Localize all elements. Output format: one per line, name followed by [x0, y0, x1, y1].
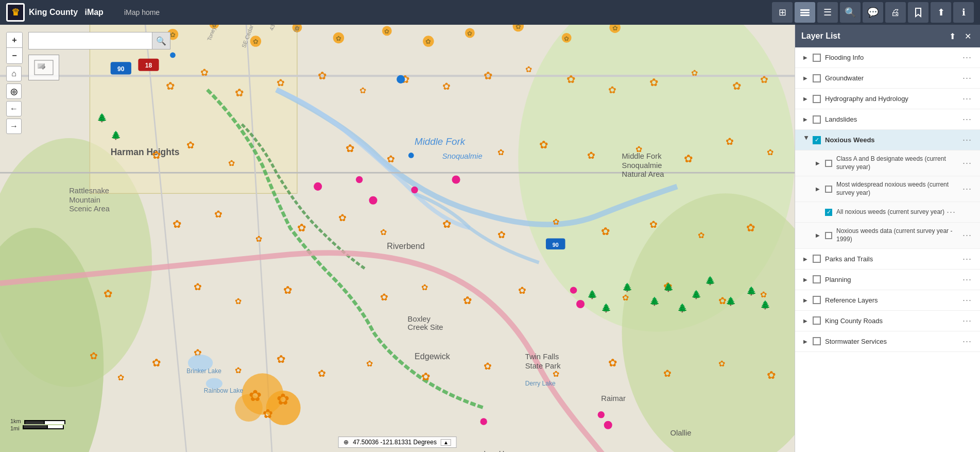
zoom-controls: + −	[6, 32, 23, 64]
rotate-button[interactable]: ◎	[6, 83, 22, 99]
coordinates-value: 47.50036 -121.81331 Degrees	[353, 439, 437, 446]
imap-home-link[interactable]: iMap home	[124, 8, 160, 16]
svg-text:✿: ✿	[277, 77, 285, 88]
map-area[interactable]: 90 18 Harman Heights Rattlesnake Mountai…	[0, 25, 795, 452]
svg-text:✿: ✿	[463, 294, 472, 307]
layer-item-stormwater[interactable]: ▶ Stormwater Services ···	[795, 331, 980, 352]
svg-text:✿: ✿	[663, 368, 672, 379]
svg-text:Riverbend: Riverbend	[387, 241, 424, 250]
svg-text:✿: ✿	[421, 371, 431, 383]
layer-checkbox-class-ab[interactable]	[825, 160, 832, 167]
info-button[interactable]: ℹ	[953, 2, 974, 23]
layer-checkbox-stormwater[interactable]	[813, 337, 821, 345]
svg-text:🌲: 🌲	[760, 300, 771, 310]
layer-checkbox-widespread[interactable]	[825, 186, 832, 193]
extent-box[interactable]: ⤢	[28, 55, 59, 80]
share-button[interactable]: ⬆	[931, 2, 951, 23]
search-submit-button[interactable]: 🔍	[152, 32, 170, 49]
svg-text:✿: ✿	[497, 147, 504, 157]
layer-item-class-ab[interactable]: ▶ Class A and B designate weeds (current…	[795, 150, 980, 176]
layer-checkbox-landslides[interactable]	[813, 115, 821, 124]
search-button[interactable]: 🔍	[840, 2, 861, 23]
layer-more-weeds-data[interactable]: ···	[960, 230, 974, 241]
svg-text:✿: ✿	[467, 30, 472, 37]
logo: ♛ King County iMap	[6, 3, 104, 22]
layer-item-widespread[interactable]: ▶ Most widespread noxious weeds (current…	[795, 176, 980, 202]
list-button[interactable]: ☰	[817, 2, 838, 23]
layer-checkbox-groundwater[interactable]	[813, 74, 821, 82]
map-controls: + − ⌂ ◎ ← →	[6, 32, 23, 134]
layer-more-planning[interactable]: ···	[960, 274, 974, 285]
layer-more-stormwater[interactable]: ···	[960, 336, 974, 347]
svg-text:✿: ✿	[228, 158, 235, 168]
layer-checkbox-reference[interactable]	[813, 296, 821, 304]
svg-text:⤢: ⤢	[42, 65, 46, 71]
layer-more-widespread[interactable]: ···	[960, 183, 974, 194]
forward-button[interactable]: →	[6, 119, 22, 134]
home-button[interactable]: ⌂	[6, 66, 22, 81]
svg-text:✿: ✿	[152, 357, 161, 369]
svg-text:✿: ✿	[170, 31, 176, 39]
layer-more-class-ab[interactable]: ···	[960, 158, 974, 169]
layer-checkbox-hydro[interactable]	[813, 95, 821, 103]
layer-toggle-landslides: ▶	[801, 115, 810, 124]
layer-more-landslides[interactable]: ···	[960, 114, 974, 125]
search-input[interactable]	[28, 32, 152, 49]
print-button[interactable]: 🖨	[885, 2, 906, 23]
grid-button[interactable]: ⊞	[772, 2, 793, 23]
toolbar: ⊞ ☰ 🔍 💬 🖨 ⬆ ℹ	[772, 2, 974, 23]
back-button[interactable]: ←	[6, 101, 22, 116]
svg-text:Snoqualmie: Snoqualmie	[442, 152, 483, 160]
layer-item-weeds-data[interactable]: ▶ Noxious weeds data (current survey yea…	[795, 223, 980, 248]
chat-button[interactable]: 💬	[863, 2, 883, 23]
layer-checkbox-all-weeds[interactable]	[825, 209, 832, 216]
layer-more-all-weeds[interactable]: ···	[944, 207, 958, 217]
layer-checkbox-roads[interactable]	[813, 316, 821, 325]
panel-close-button[interactable]: ✕	[961, 30, 974, 42]
svg-text:✿: ✿	[277, 353, 286, 365]
layer-more-flooding[interactable]: ···	[960, 52, 974, 63]
layer-item-all-weeds[interactable]: ▶ All noxious weeds (current survey year…	[795, 202, 980, 223]
svg-rect-1	[800, 12, 810, 13]
layer-more-hydro[interactable]: ···	[960, 93, 974, 104]
layer-item-planning[interactable]: ▶ Planning ···	[795, 270, 980, 290]
layer-checkbox-weeds-data[interactable]	[825, 232, 832, 239]
layer-name-reference: Reference Layers	[825, 296, 960, 304]
logo-icon: ♛	[6, 3, 25, 22]
layer-item-parks[interactable]: ▶ Parks and Trails ···	[795, 249, 980, 270]
layers-button[interactable]	[795, 2, 815, 23]
crown-icon: ♛	[11, 7, 20, 18]
zoom-in-button[interactable]: +	[7, 32, 22, 48]
layer-checkbox-flooding[interactable]	[813, 54, 821, 62]
layer-item-noxious[interactable]: ▶ Noxious Weeds ···	[795, 130, 980, 150]
layer-item-flooding[interactable]: ▶ Flooding Info ···	[795, 47, 980, 68]
panel-collapse-button[interactable]: ⬆	[946, 30, 958, 42]
layer-item-reference[interactable]: ▶ Reference Layers ···	[795, 290, 980, 311]
layer-checkbox-noxious[interactable]	[813, 136, 821, 144]
layer-more-noxious[interactable]: ···	[960, 135, 974, 145]
layer-item-landslides[interactable]: ▶ Landslides ···	[795, 109, 980, 130]
layer-toggle-planning: ▶	[801, 275, 810, 283]
layer-more-reference[interactable]: ···	[960, 295, 974, 306]
svg-text:🌲: 🌲	[97, 113, 108, 123]
svg-text:✿: ✿	[104, 288, 113, 300]
layer-item-roads[interactable]: ▶ King County Roads ···	[795, 311, 980, 331]
svg-text:✿: ✿	[384, 28, 389, 35]
svg-text:90: 90	[117, 65, 125, 73]
layer-more-groundwater[interactable]: ···	[960, 73, 974, 83]
svg-text:✿: ✿	[684, 153, 693, 165]
svg-text:✿: ✿	[612, 25, 618, 32]
svg-text:✿: ✿	[359, 86, 366, 95]
svg-text:Creek Site: Creek Site	[408, 323, 443, 331]
layer-more-roads[interactable]: ···	[960, 315, 974, 326]
coordinates-toggle-button[interactable]: ▲	[441, 439, 451, 446]
svg-text:✿: ✿	[387, 154, 395, 164]
layer-checkbox-parks[interactable]	[813, 255, 821, 263]
layer-more-parks[interactable]: ···	[960, 254, 974, 264]
layer-item-hydro[interactable]: ▶ Hydrography and Hydrology ···	[795, 89, 980, 109]
bookmark-button[interactable]	[908, 2, 929, 23]
layer-item-groundwater[interactable]: ▶ Groundwater ···	[795, 68, 980, 89]
zoom-out-button[interactable]: −	[7, 48, 22, 63]
layer-toggle-reference: ▶	[801, 296, 810, 304]
layer-checkbox-planning[interactable]	[813, 275, 821, 283]
